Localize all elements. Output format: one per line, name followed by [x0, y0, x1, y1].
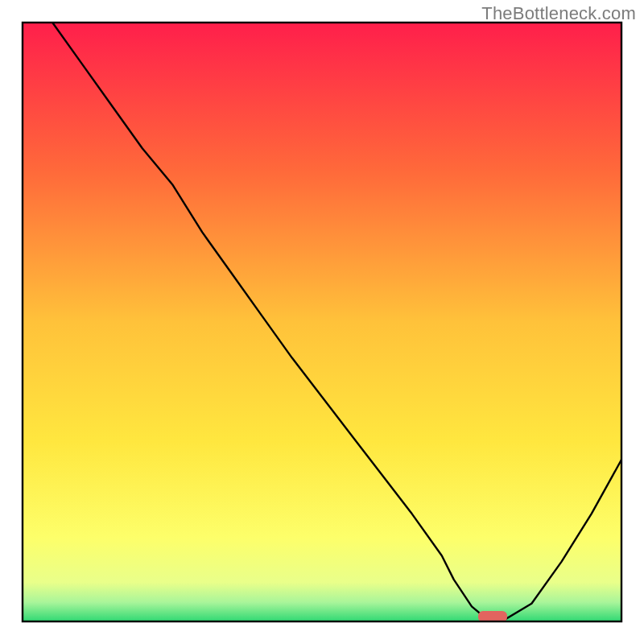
chart-container: TheBottleneck.com: [0, 0, 644, 644]
chart-svg: [0, 0, 644, 644]
watermark-text: TheBottleneck.com: [481, 3, 636, 24]
plot-background: [23, 23, 621, 621]
